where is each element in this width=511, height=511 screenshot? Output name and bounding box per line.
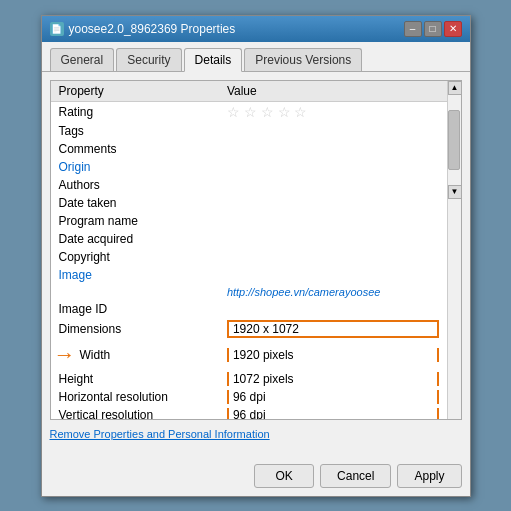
property-label: Vertical resolution bbox=[51, 406, 219, 420]
remove-properties-link[interactable]: Remove Properties and Personal Informati… bbox=[50, 424, 462, 444]
property-label: Tags bbox=[51, 122, 219, 140]
table-row: Copyright bbox=[51, 248, 447, 266]
table-row: Authors bbox=[51, 176, 447, 194]
property-label: Image ID bbox=[51, 300, 219, 318]
apply-button[interactable]: Apply bbox=[397, 464, 461, 488]
section-image: Image bbox=[51, 266, 447, 284]
property-label: Dimensions bbox=[51, 318, 219, 340]
scroll-down-button[interactable]: ▼ bbox=[448, 185, 462, 199]
property-label: Date taken bbox=[51, 194, 219, 212]
table-row: Vertical resolution 96 dpi bbox=[51, 406, 447, 420]
table-row: Comments bbox=[51, 140, 447, 158]
close-button[interactable]: ✕ bbox=[444, 21, 462, 37]
tab-bar: General Security Details Previous Versio… bbox=[42, 42, 470, 72]
property-value: http://shopee.vn/camerayoosee bbox=[219, 284, 447, 300]
table-row: Date acquired bbox=[51, 230, 447, 248]
property-label: Horizontal resolution bbox=[51, 388, 219, 406]
tab-security[interactable]: Security bbox=[116, 48, 181, 71]
tab-previous-versions[interactable]: Previous Versions bbox=[244, 48, 362, 71]
table-row: Dimensions 1920 x 1072 bbox=[51, 318, 447, 340]
property-value: 1072 pixels bbox=[219, 370, 447, 388]
property-label: Authors bbox=[51, 176, 219, 194]
table-row: Image bbox=[51, 266, 447, 284]
property-table: Property Value Rating ☆ ☆ ☆ ☆ ☆ Tags bbox=[51, 81, 447, 420]
scrollbar[interactable]: ▲ ▼ bbox=[447, 81, 461, 419]
property-label: Rating bbox=[51, 101, 219, 122]
title-bar: 📄 yoosee2.0_8962369 Properties – □ ✕ bbox=[42, 16, 470, 42]
property-table-container: ▲ ▼ Property Value Rating ☆ ☆ ☆ ☆ bbox=[50, 80, 462, 420]
ok-button[interactable]: OK bbox=[254, 464, 314, 488]
table-row: Date taken bbox=[51, 194, 447, 212]
property-value: 1920 x 1072 bbox=[219, 318, 447, 340]
table-row: Rating ☆ ☆ ☆ ☆ ☆ bbox=[51, 101, 447, 122]
table-row: Program name bbox=[51, 212, 447, 230]
scroll-up-button[interactable]: ▲ bbox=[448, 81, 462, 95]
property-value bbox=[219, 212, 447, 230]
table-row: Tags bbox=[51, 122, 447, 140]
title-controls: – □ ✕ bbox=[404, 21, 462, 37]
tab-content: ▲ ▼ Property Value Rating ☆ ☆ ☆ ☆ bbox=[42, 72, 470, 456]
property-label: → Width bbox=[51, 340, 219, 370]
property-value bbox=[219, 140, 447, 158]
property-value bbox=[219, 230, 447, 248]
table-row: Horizontal resolution 96 dpi bbox=[51, 388, 447, 406]
table-row: Height 1072 pixels bbox=[51, 370, 447, 388]
table-row: Origin bbox=[51, 158, 447, 176]
property-label bbox=[51, 284, 219, 300]
remove-link-container: Remove Properties and Personal Informati… bbox=[50, 420, 462, 448]
column-value: Value bbox=[219, 81, 447, 102]
column-property: Property bbox=[51, 81, 219, 102]
tab-general[interactable]: General bbox=[50, 48, 115, 71]
property-value: 96 dpi bbox=[219, 406, 447, 420]
property-value bbox=[219, 248, 447, 266]
table-row: Image ID bbox=[51, 300, 447, 318]
property-label: Copyright bbox=[51, 248, 219, 266]
property-label: Height bbox=[51, 370, 219, 388]
window-title: yoosee2.0_8962369 Properties bbox=[69, 22, 236, 36]
scroll-thumb[interactable] bbox=[448, 110, 460, 170]
property-value bbox=[219, 176, 447, 194]
property-value: 96 dpi bbox=[219, 388, 447, 406]
window-icon: 📄 bbox=[50, 22, 64, 36]
property-value bbox=[219, 194, 447, 212]
property-value: 1920 pixels bbox=[219, 340, 447, 370]
star-rating[interactable]: ☆ ☆ ☆ ☆ ☆ bbox=[227, 104, 439, 120]
section-origin: Origin bbox=[51, 158, 447, 176]
minimize-button[interactable]: – bbox=[404, 21, 422, 37]
cancel-button[interactable]: Cancel bbox=[320, 464, 391, 488]
tab-details[interactable]: Details bbox=[184, 48, 243, 72]
property-value: ☆ ☆ ☆ ☆ ☆ bbox=[219, 101, 447, 122]
property-label: Comments bbox=[51, 140, 219, 158]
table-row: → Width 1920 pixels bbox=[51, 340, 447, 370]
table-row: http://shopee.vn/camerayoosee bbox=[51, 284, 447, 300]
properties-window: 📄 yoosee2.0_8962369 Properties – □ ✕ Gen… bbox=[41, 15, 471, 497]
property-label: Date acquired bbox=[51, 230, 219, 248]
button-bar: OK Cancel Apply bbox=[42, 456, 470, 496]
property-value bbox=[219, 300, 447, 318]
maximize-button[interactable]: □ bbox=[424, 21, 442, 37]
property-value bbox=[219, 122, 447, 140]
property-label: Program name bbox=[51, 212, 219, 230]
